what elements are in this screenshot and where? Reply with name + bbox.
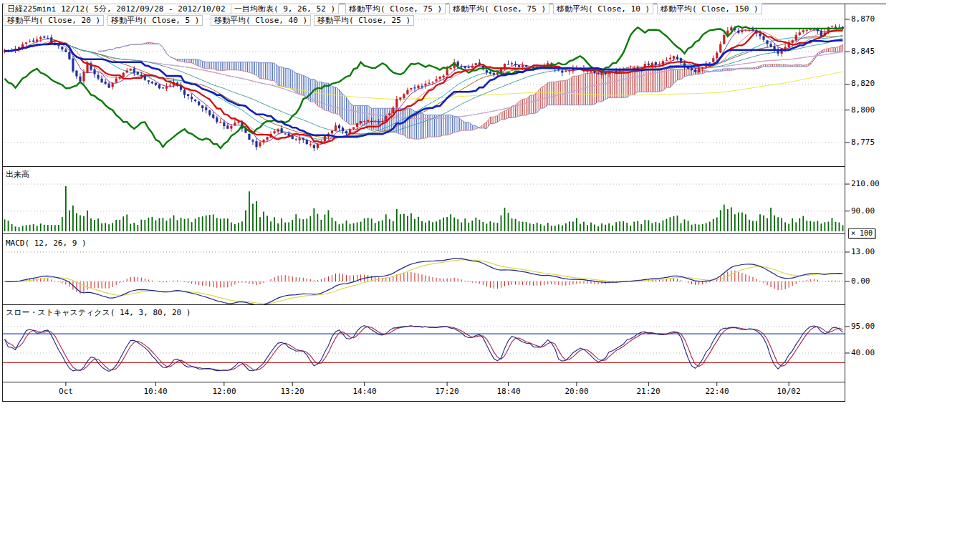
time-axis-label: 10/02 — [771, 387, 807, 396]
time-axis-label: 21:20 — [630, 387, 666, 396]
time-axis-label: 13:20 — [274, 387, 310, 396]
ma75-indicator-button[interactable]: 移動平均( Close, 75 ) — [345, 4, 446, 14]
stochastics-axis-label: 95.00 — [851, 322, 875, 331]
macd-panel-title: MACD( 12, 26, 9 ) — [6, 239, 87, 248]
ma40-indicator-button[interactable]: 移動平均( Close, 40 ) — [211, 15, 311, 26]
ma5-indicator-button[interactable]: 移動平均( Close, 5 ) — [107, 15, 203, 26]
ichimoku-indicator-button[interactable]: 一目均衡表( 9, 26, 52 ) — [231, 4, 339, 14]
price-axis-label: 8,845 — [851, 47, 875, 56]
time-axis-label: 20:00 — [559, 387, 595, 396]
ma20-indicator-button[interactable]: 移動平均( Close, 20 ) — [4, 15, 104, 26]
price-axis-label: 8,870 — [851, 15, 875, 24]
ma10-indicator-button[interactable]: 移動平均( Close, 10 ) — [553, 4, 653, 14]
time-axis-label: 12:00 — [206, 387, 242, 396]
chart-title-button[interactable]: 日経225mini 12/12( 5分, 2012/09/28 - 2012/1… — [4, 4, 239, 14]
ma75b-indicator-button[interactable]: 移動平均( Close, 75 ) — [449, 4, 549, 14]
time-axis-label: 14:40 — [347, 387, 383, 396]
charting-app-window: 日経225mini 12/12( 5分, 2012/09/28 - 2012/1… — [0, 0, 980, 550]
volume-axis-label: 210.00 — [851, 180, 880, 188]
macd-axis-label: 0.00 — [851, 277, 870, 286]
ma150-indicator-button[interactable]: 移動平均( Close, 150 ) — [657, 4, 762, 14]
stochastics-axis-label: 40.00 — [851, 349, 875, 357]
ma25-indicator-button[interactable]: 移動平均( Close, 25 ) — [314, 15, 414, 26]
stochastics-panel-title: スロー・ストキャスティクス( 14, 3, 80, 20 ) — [6, 309, 191, 317]
volume-unit-badge[interactable]: × 100 — [848, 228, 875, 238]
volume-unit-text: × 100 — [851, 229, 873, 237]
price-axis-label: 8,820 — [851, 79, 875, 88]
volume-panel-title: 出来高 — [6, 170, 29, 179]
price-axis-label: 8,800 — [851, 106, 875, 115]
volume-axis-label: 90.00 — [851, 207, 875, 216]
time-axis-label: 17:20 — [429, 387, 465, 396]
macd-axis-label: 13.00 — [851, 248, 875, 256]
chart-canvas[interactable] — [0, 0, 980, 550]
price-axis-label: 8,775 — [851, 138, 875, 147]
time-axis-label: 10:40 — [138, 387, 173, 396]
time-axis-label: Oct — [48, 387, 84, 396]
time-axis-label: 22:40 — [699, 387, 735, 396]
time-axis-label: 18:40 — [491, 387, 527, 396]
